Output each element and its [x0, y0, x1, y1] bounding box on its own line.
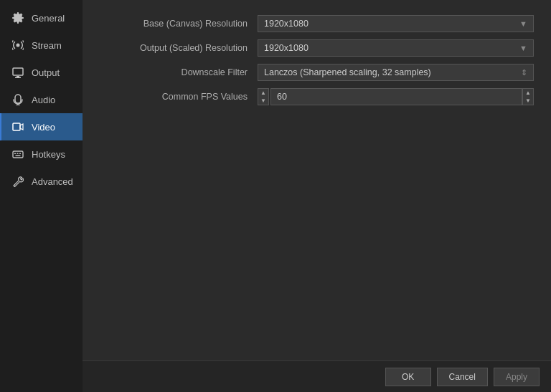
output-resolution-select[interactable]: 1920x1080 ▼ — [258, 39, 534, 57]
svg-rect-9 — [17, 153, 19, 155]
sidebar-item-hotkeys[interactable]: Hotkeys — [0, 140, 83, 168]
settings-row-output-resolution: Output (Scaled) Resolution 1920x1080 ▼ — [100, 39, 534, 57]
output-resolution-arrow: ▼ — [519, 44, 527, 52]
svg-rect-8 — [14, 153, 16, 155]
output-resolution-value: 1920x1080 — [264, 43, 309, 53]
base-resolution-control: 1920x1080 ▼ — [258, 15, 534, 32]
ok-button[interactable]: OK — [385, 368, 431, 386]
gear-icon — [11, 11, 24, 24]
bottom-bar: OK Cancel Apply — [83, 360, 551, 392]
keyboard-icon — [11, 148, 24, 161]
main-content: Base (Canvas) Resolution 1920x1080 ▼ Out… — [83, 0, 551, 392]
sidebar-item-output[interactable]: Output — [0, 59, 83, 86]
svg-rect-6 — [13, 123, 20, 130]
downscale-filter-label: Downscale Filter — [100, 67, 258, 77]
fps-decrement[interactable]: ▼ — [258, 97, 268, 105]
output-resolution-label: Output (Scaled) Resolution — [100, 43, 258, 53]
output-resolution-control: 1920x1080 ▼ — [258, 39, 534, 57]
fps-increment-right[interactable]: ▲ — [523, 89, 533, 97]
sidebar-item-hotkeys-label: Hotkeys — [32, 149, 65, 160]
svg-rect-3 — [15, 77, 21, 79]
downscale-filter-select[interactable]: Lanczos (Sharpened scaling, 32 samples) … — [258, 64, 534, 81]
audio-icon — [11, 93, 24, 106]
svg-rect-11 — [16, 156, 21, 157]
sidebar-item-video-label: Video — [32, 122, 55, 133]
fps-control: ▲ ▼ ▲ ▼ — [258, 88, 534, 105]
sidebar: General Stream Output — [0, 0, 83, 392]
sidebar-item-video[interactable]: Video — [0, 113, 83, 140]
fps-label: Common FPS Values — [100, 92, 258, 102]
fps-decrement-right[interactable]: ▼ — [523, 97, 533, 105]
sidebar-item-output-label: Output — [32, 67, 60, 78]
downscale-filter-value: Lanczos (Sharpened scaling, 32 samples) — [264, 67, 431, 77]
fps-input[interactable] — [270, 88, 522, 105]
sidebar-item-audio[interactable]: Audio — [0, 86, 83, 113]
downscale-filter-arrow: ⇕ — [521, 68, 527, 77]
fps-spinner: ▲ ▼ ▲ ▼ — [258, 88, 534, 105]
base-resolution-select[interactable]: 1920x1080 ▼ — [258, 15, 534, 32]
sidebar-item-audio-label: Audio — [32, 95, 55, 105]
fps-spinner-arrows-right[interactable]: ▲ ▼ — [522, 88, 534, 105]
cancel-button[interactable]: Cancel — [437, 368, 488, 386]
video-icon — [11, 120, 24, 133]
output-icon — [11, 66, 24, 79]
wrench-icon — [11, 175, 24, 188]
base-resolution-label: Base (Canvas) Resolution — [100, 19, 258, 29]
settings-row-downscale-filter: Downscale Filter Lanczos (Sharpened scal… — [100, 63, 534, 82]
svg-rect-10 — [19, 153, 21, 155]
fps-spinner-arrows-left[interactable]: ▲ ▼ — [258, 88, 269, 105]
stream-icon — [11, 39, 24, 52]
sidebar-item-general[interactable]: General — [0, 4, 83, 32]
apply-button[interactable]: Apply — [494, 368, 540, 386]
base-resolution-arrow: ▼ — [519, 19, 527, 28]
sidebar-item-stream[interactable]: Stream — [0, 32, 83, 59]
svg-rect-7 — [13, 151, 23, 158]
settings-row-fps: Common FPS Values ▲ ▼ ▲ ▼ — [100, 87, 534, 106]
svg-point-0 — [17, 44, 20, 47]
sidebar-item-advanced[interactable]: Advanced — [0, 168, 83, 195]
fps-increment[interactable]: ▲ — [258, 89, 268, 97]
svg-rect-1 — [13, 68, 23, 75]
base-resolution-value: 1920x1080 — [264, 19, 309, 29]
downscale-filter-control: Lanczos (Sharpened scaling, 32 samples) … — [258, 64, 534, 81]
sidebar-item-advanced-label: Advanced — [32, 176, 73, 187]
settings-row-base-resolution: Base (Canvas) Resolution 1920x1080 ▼ — [100, 14, 534, 33]
sidebar-item-general-label: General — [32, 13, 65, 24]
settings-table: Base (Canvas) Resolution 1920x1080 ▼ Out… — [100, 14, 534, 112]
sidebar-item-stream-label: Stream — [32, 40, 62, 51]
